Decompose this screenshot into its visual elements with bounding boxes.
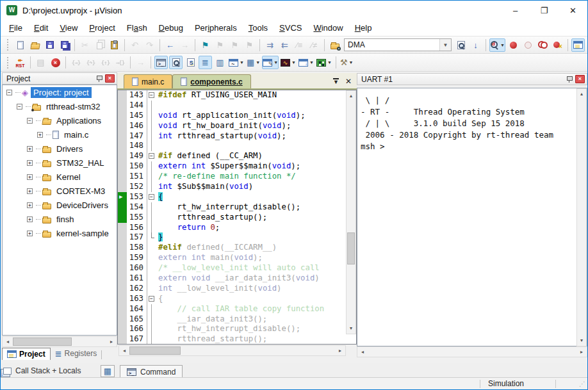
tree-item-rtthread-stm32[interactable]: −rtthread-stm32: [3, 99, 117, 113]
indent-button[interactable]: ⇉: [263, 38, 277, 52]
fold-collapse-icon[interactable]: −: [149, 92, 154, 98]
fold-collapse-icon[interactable]: −: [149, 296, 154, 302]
command-tab[interactable]: Command: [120, 365, 183, 378]
tab-registers[interactable]: ≣Registers: [51, 348, 102, 359]
show-next-statement-button[interactable]: →: [134, 56, 147, 69]
tree-expander-icon[interactable]: +: [27, 174, 33, 180]
logic-analyzer-button[interactable]: ∿▼: [280, 56, 297, 69]
reset-cpu-button[interactable]: ↞RST: [13, 56, 27, 69]
paste-button[interactable]: [108, 38, 121, 52]
tree-expander-icon[interactable]: +: [27, 160, 33, 166]
tree-expander-icon[interactable]: +: [27, 146, 33, 152]
undo-button[interactable]: ↶: [128, 38, 142, 52]
scroll-left-icon[interactable]: ◂: [357, 347, 368, 357]
scroll-left-icon[interactable]: ◂: [3, 337, 13, 346]
step-button[interactable]: {→}: [69, 56, 83, 69]
editor-hscrollbar[interactable]: ◂ ▸: [118, 345, 346, 356]
scroll-up-icon[interactable]: ▴: [577, 89, 586, 99]
open-file-button[interactable]: [28, 38, 42, 52]
tree-expander-icon[interactable]: −: [6, 90, 12, 95]
insert-breakpoint-button[interactable]: [507, 38, 520, 52]
pin-icon[interactable]: [96, 75, 102, 83]
memory-window-tab[interactable]: ▦: [101, 365, 115, 377]
editor-tab-main-c[interactable]: main.c: [124, 74, 172, 88]
menu-flash[interactable]: Flash: [121, 20, 153, 35]
scroll-right-icon[interactable]: ▸: [576, 347, 587, 357]
uart-vscrollbar[interactable]: ▴ ▾: [576, 88, 587, 346]
menu-peripherals[interactable]: Peripherals: [189, 20, 243, 35]
menu-view[interactable]: View: [54, 20, 83, 35]
clear-bookmarks-button[interactable]: ⚑: [243, 38, 256, 52]
tree-item-drivers[interactable]: +Drivers: [3, 142, 117, 156]
cut-button[interactable]: ✂: [78, 38, 92, 52]
tree-expander-icon[interactable]: −: [27, 118, 33, 124]
tree-expander-icon[interactable]: +: [37, 132, 43, 138]
find-next-button[interactable]: ↓: [469, 38, 482, 52]
tab-project[interactable]: Project: [2, 348, 51, 360]
editor-close-icon[interactable]: ✕: [345, 77, 352, 86]
navigate-back-button[interactable]: ←: [163, 38, 177, 52]
menu-edit[interactable]: Edit: [28, 20, 54, 35]
tree-item-cortex-m3[interactable]: +CORTEX-M3: [3, 184, 117, 198]
save-all-button[interactable]: [58, 38, 71, 52]
enable-disable-breakpoint-button[interactable]: [521, 38, 535, 52]
stop-button[interactable]: ×: [49, 56, 62, 69]
new-file-button[interactable]: [13, 38, 27, 52]
toggle-bookmark-button[interactable]: ⚑: [199, 38, 212, 52]
call-stack-tab[interactable]: Call Stack + Locals: [15, 366, 81, 375]
menu-help[interactable]: Help: [349, 20, 378, 35]
find-in-files-window-button[interactable]: [454, 38, 468, 52]
tree-expander-icon[interactable]: +: [27, 202, 33, 208]
prev-bookmark-button[interactable]: ⚑: [213, 38, 227, 52]
scroll-left-icon[interactable]: ◂: [119, 346, 129, 355]
menu-tools[interactable]: Tools: [243, 20, 274, 35]
step-out-button[interactable]: {↑}: [99, 56, 112, 69]
scroll-down-icon[interactable]: ▾: [577, 336, 586, 346]
symbol-window-button[interactable]: [184, 56, 197, 69]
next-bookmark-button[interactable]: ⚑: [228, 38, 241, 52]
find-in-files-button[interactable]: [328, 38, 341, 52]
tree-item-finsh[interactable]: +finsh: [3, 212, 117, 226]
pin-icon[interactable]: [566, 76, 573, 83]
scroll-down-icon[interactable]: ▾: [347, 323, 355, 334]
find-combo[interactable]: DMA▼: [344, 38, 452, 51]
serial-windows-button[interactable]: ≣: [199, 56, 212, 69]
uart-panel-close-icon[interactable]: ×: [575, 75, 585, 83]
project-panel-close-icon[interactable]: ×: [105, 74, 115, 83]
uart-hscrollbar[interactable]: ◂ ▸: [357, 346, 587, 357]
disassembly-window-button[interactable]: [169, 56, 183, 69]
navigate-forward-button[interactable]: →: [178, 38, 192, 52]
tree-expander-icon[interactable]: +: [27, 231, 33, 236]
tree-item-project-project[interactable]: −◈Project: project: [3, 85, 117, 99]
incremental-find-button[interactable]: d▼: [489, 38, 505, 52]
menu-svcs[interactable]: SVCS: [274, 20, 307, 35]
minimize-button[interactable]: –: [501, 1, 530, 20]
menu-window[interactable]: Window: [307, 20, 348, 35]
tree-expander-icon[interactable]: +: [27, 188, 33, 194]
system-viewer-button[interactable]: ▼: [298, 56, 314, 69]
close-button[interactable]: ✕: [559, 1, 587, 20]
scroll-right-icon[interactable]: ▸: [106, 337, 117, 346]
command-window-button[interactable]: [154, 56, 168, 69]
tab-list-icon[interactable]: ▼: [333, 78, 339, 85]
toolbox-button[interactable]: ▼: [316, 56, 332, 69]
redo-button[interactable]: ↷: [143, 38, 156, 52]
save-button[interactable]: [43, 38, 56, 52]
combo-dropdown-icon[interactable]: ▼: [439, 39, 451, 51]
code-editor[interactable]: 143−#ifdef RT_USING_USER_MAIN144145void …: [117, 90, 357, 345]
unindent-button[interactable]: ⇇: [278, 38, 291, 52]
run-button[interactable]: ▤: [34, 56, 47, 69]
tree-item-main-c[interactable]: +main.c: [3, 127, 117, 142]
tools-menu-button[interactable]: ⚒▼: [339, 56, 354, 69]
step-over-button[interactable]: {↷}: [84, 56, 97, 69]
fold-collapse-icon[interactable]: −: [149, 153, 154, 159]
disable-all-breakpoints-button[interactable]: [536, 38, 550, 52]
editor-tab-components-c[interactable]: components.c: [172, 74, 250, 88]
trace-windows-button[interactable]: ▼: [228, 56, 245, 69]
menu-file[interactable]: File: [3, 20, 28, 35]
tree-item-kernel[interactable]: +Kernel: [3, 170, 117, 184]
tree-item-applications[interactable]: −Applications: [3, 113, 117, 127]
maximize-button[interactable]: ❐: [530, 1, 559, 20]
fold-collapse-icon[interactable]: −: [149, 194, 154, 200]
analysis-windows-button[interactable]: ▥: [213, 56, 227, 69]
